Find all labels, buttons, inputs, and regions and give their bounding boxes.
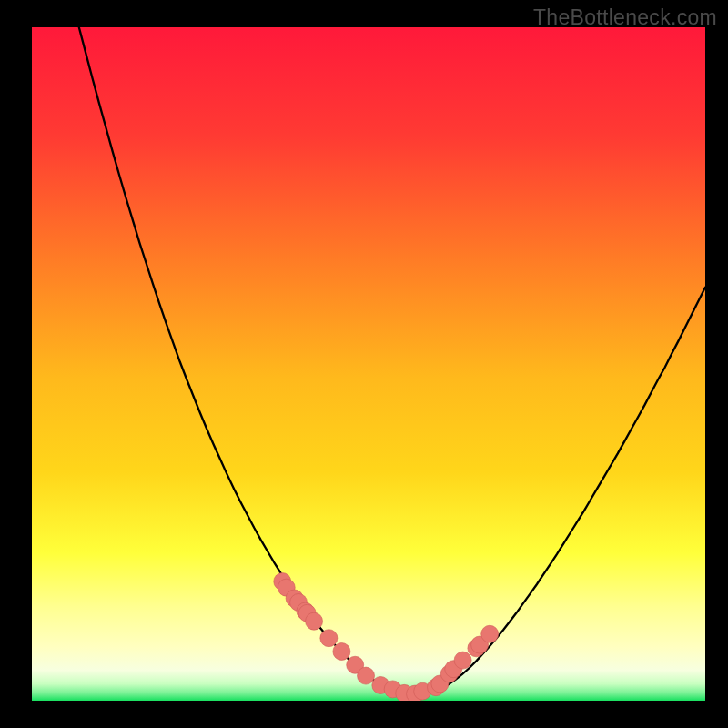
watermark-label: TheBottleneck.com <box>533 5 717 30</box>
data-marker <box>333 642 350 660</box>
chart-svg <box>32 27 705 701</box>
gradient-background <box>32 27 705 701</box>
data-marker <box>454 652 471 669</box>
chart-container: TheBottleneck.com <box>0 0 728 728</box>
data-marker <box>320 630 338 647</box>
data-marker <box>306 612 323 630</box>
data-marker <box>358 667 375 684</box>
data-marker <box>481 625 499 642</box>
plot-area <box>32 27 705 701</box>
